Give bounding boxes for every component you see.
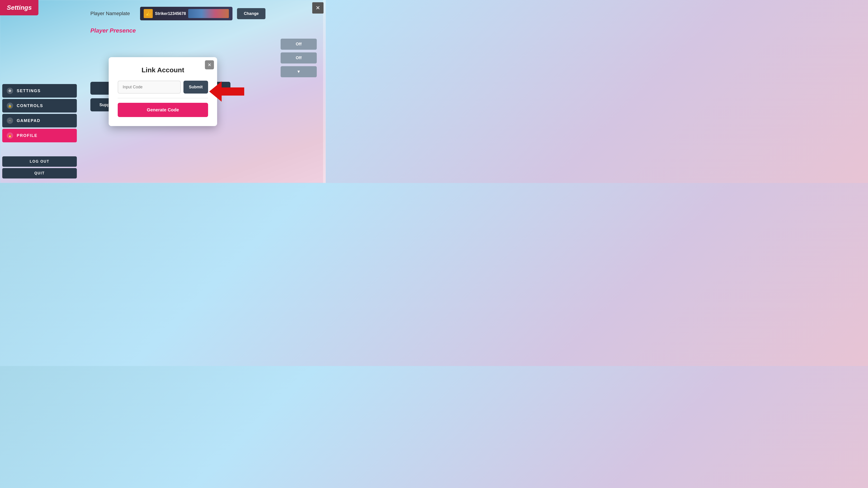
modal-overlay: Link Account ✕ Submit Generate Code — [0, 0, 326, 183]
link-account-modal: Link Account ✕ Submit Generate Code — [109, 57, 217, 126]
modal-title: Link Account — [118, 66, 208, 74]
input-row: Submit — [118, 81, 208, 94]
arrow-head — [209, 81, 222, 102]
generate-code-button[interactable]: Generate Code — [118, 103, 208, 117]
modal-divider — [118, 98, 208, 98]
arrow-body — [222, 87, 244, 96]
submit-button[interactable]: Submit — [183, 81, 208, 94]
code-input[interactable] — [118, 81, 181, 94]
red-arrow-indicator — [209, 81, 244, 102]
modal-close-button[interactable]: ✕ — [205, 60, 214, 69]
